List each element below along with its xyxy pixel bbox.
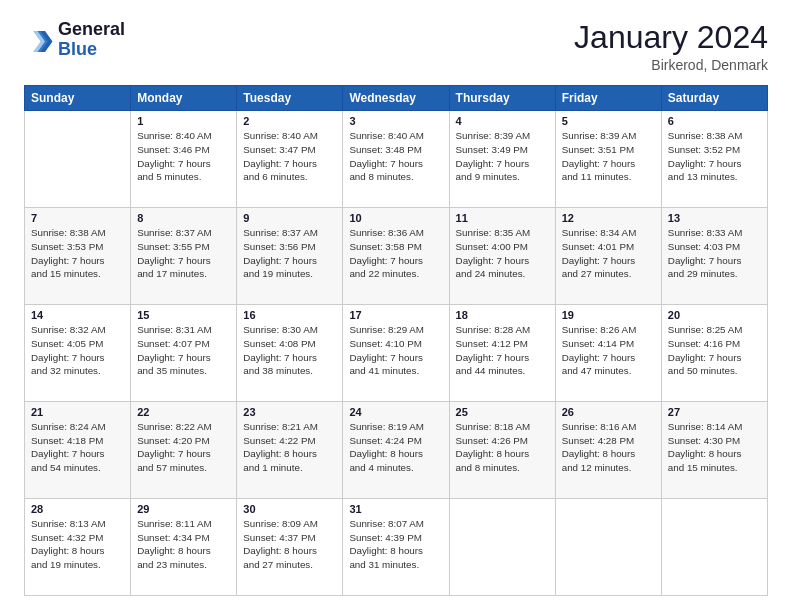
calendar-cell: 17Sunrise: 8:29 AM Sunset: 4:10 PM Dayli…: [343, 305, 449, 402]
week-row-2: 7Sunrise: 8:38 AM Sunset: 3:53 PM Daylig…: [25, 208, 768, 305]
day-number: 22: [137, 406, 230, 418]
day-number: 19: [562, 309, 655, 321]
weekday-header-friday: Friday: [555, 86, 661, 111]
calendar-cell: 5Sunrise: 8:39 AM Sunset: 3:51 PM Daylig…: [555, 111, 661, 208]
weekday-header-wednesday: Wednesday: [343, 86, 449, 111]
calendar-cell: 30Sunrise: 8:09 AM Sunset: 4:37 PM Dayli…: [237, 499, 343, 596]
calendar-cell: 2Sunrise: 8:40 AM Sunset: 3:47 PM Daylig…: [237, 111, 343, 208]
calendar-cell: 8Sunrise: 8:37 AM Sunset: 3:55 PM Daylig…: [131, 208, 237, 305]
day-number: 16: [243, 309, 336, 321]
day-info: Sunrise: 8:31 AM Sunset: 4:07 PM Dayligh…: [137, 323, 230, 378]
day-number: 23: [243, 406, 336, 418]
calendar-table: SundayMondayTuesdayWednesdayThursdayFrid…: [24, 85, 768, 596]
logo: General Blue: [24, 20, 125, 60]
page: General Blue January 2024 Birkerod, Denm…: [0, 0, 792, 612]
day-info: Sunrise: 8:19 AM Sunset: 4:24 PM Dayligh…: [349, 420, 442, 475]
header: General Blue January 2024 Birkerod, Denm…: [24, 20, 768, 73]
week-row-1: 1Sunrise: 8:40 AM Sunset: 3:46 PM Daylig…: [25, 111, 768, 208]
week-row-5: 28Sunrise: 8:13 AM Sunset: 4:32 PM Dayli…: [25, 499, 768, 596]
calendar-cell: 15Sunrise: 8:31 AM Sunset: 4:07 PM Dayli…: [131, 305, 237, 402]
day-info: Sunrise: 8:14 AM Sunset: 4:30 PM Dayligh…: [668, 420, 761, 475]
day-info: Sunrise: 8:24 AM Sunset: 4:18 PM Dayligh…: [31, 420, 124, 475]
calendar-cell: 14Sunrise: 8:32 AM Sunset: 4:05 PM Dayli…: [25, 305, 131, 402]
day-number: 24: [349, 406, 442, 418]
day-info: Sunrise: 8:26 AM Sunset: 4:14 PM Dayligh…: [562, 323, 655, 378]
day-number: 25: [456, 406, 549, 418]
day-number: 2: [243, 115, 336, 127]
calendar-cell: 27Sunrise: 8:14 AM Sunset: 4:30 PM Dayli…: [661, 402, 767, 499]
weekday-header-sunday: Sunday: [25, 86, 131, 111]
title-block: January 2024 Birkerod, Denmark: [574, 20, 768, 73]
day-number: 8: [137, 212, 230, 224]
day-number: 31: [349, 503, 442, 515]
weekday-header-tuesday: Tuesday: [237, 86, 343, 111]
day-info: Sunrise: 8:38 AM Sunset: 3:53 PM Dayligh…: [31, 226, 124, 281]
calendar-cell: 13Sunrise: 8:33 AM Sunset: 4:03 PM Dayli…: [661, 208, 767, 305]
day-number: 20: [668, 309, 761, 321]
day-info: Sunrise: 8:35 AM Sunset: 4:00 PM Dayligh…: [456, 226, 549, 281]
day-number: 3: [349, 115, 442, 127]
day-info: Sunrise: 8:38 AM Sunset: 3:52 PM Dayligh…: [668, 129, 761, 184]
day-number: 15: [137, 309, 230, 321]
calendar-cell: 28Sunrise: 8:13 AM Sunset: 4:32 PM Dayli…: [25, 499, 131, 596]
calendar-cell: 18Sunrise: 8:28 AM Sunset: 4:12 PM Dayli…: [449, 305, 555, 402]
day-number: 6: [668, 115, 761, 127]
day-number: 28: [31, 503, 124, 515]
calendar-cell: 4Sunrise: 8:39 AM Sunset: 3:49 PM Daylig…: [449, 111, 555, 208]
calendar-cell: [449, 499, 555, 596]
day-info: Sunrise: 8:33 AM Sunset: 4:03 PM Dayligh…: [668, 226, 761, 281]
calendar-cell: [25, 111, 131, 208]
day-number: 4: [456, 115, 549, 127]
day-info: Sunrise: 8:39 AM Sunset: 3:49 PM Dayligh…: [456, 129, 549, 184]
day-info: Sunrise: 8:16 AM Sunset: 4:28 PM Dayligh…: [562, 420, 655, 475]
calendar-cell: 10Sunrise: 8:36 AM Sunset: 3:58 PM Dayli…: [343, 208, 449, 305]
calendar-cell: 20Sunrise: 8:25 AM Sunset: 4:16 PM Dayli…: [661, 305, 767, 402]
day-info: Sunrise: 8:18 AM Sunset: 4:26 PM Dayligh…: [456, 420, 549, 475]
calendar-cell: 25Sunrise: 8:18 AM Sunset: 4:26 PM Dayli…: [449, 402, 555, 499]
day-info: Sunrise: 8:22 AM Sunset: 4:20 PM Dayligh…: [137, 420, 230, 475]
day-info: Sunrise: 8:34 AM Sunset: 4:01 PM Dayligh…: [562, 226, 655, 281]
weekday-header-thursday: Thursday: [449, 86, 555, 111]
day-info: Sunrise: 8:13 AM Sunset: 4:32 PM Dayligh…: [31, 517, 124, 572]
weekday-header-row: SundayMondayTuesdayWednesdayThursdayFrid…: [25, 86, 768, 111]
day-info: Sunrise: 8:36 AM Sunset: 3:58 PM Dayligh…: [349, 226, 442, 281]
day-info: Sunrise: 8:39 AM Sunset: 3:51 PM Dayligh…: [562, 129, 655, 184]
day-number: 18: [456, 309, 549, 321]
day-info: Sunrise: 8:32 AM Sunset: 4:05 PM Dayligh…: [31, 323, 124, 378]
day-number: 9: [243, 212, 336, 224]
calendar-cell: 22Sunrise: 8:22 AM Sunset: 4:20 PM Dayli…: [131, 402, 237, 499]
calendar-cell: 6Sunrise: 8:38 AM Sunset: 3:52 PM Daylig…: [661, 111, 767, 208]
day-info: Sunrise: 8:28 AM Sunset: 4:12 PM Dayligh…: [456, 323, 549, 378]
day-number: 21: [31, 406, 124, 418]
day-info: Sunrise: 8:07 AM Sunset: 4:39 PM Dayligh…: [349, 517, 442, 572]
day-number: 14: [31, 309, 124, 321]
logo-blue-text: Blue: [58, 39, 97, 59]
calendar-cell: 21Sunrise: 8:24 AM Sunset: 4:18 PM Dayli…: [25, 402, 131, 499]
day-number: 5: [562, 115, 655, 127]
day-number: 26: [562, 406, 655, 418]
day-info: Sunrise: 8:30 AM Sunset: 4:08 PM Dayligh…: [243, 323, 336, 378]
day-info: Sunrise: 8:09 AM Sunset: 4:37 PM Dayligh…: [243, 517, 336, 572]
day-number: 17: [349, 309, 442, 321]
calendar-cell: [555, 499, 661, 596]
month-title: January 2024: [574, 20, 768, 55]
day-number: 30: [243, 503, 336, 515]
location: Birkerod, Denmark: [574, 57, 768, 73]
weekday-header-monday: Monday: [131, 86, 237, 111]
calendar-cell: 31Sunrise: 8:07 AM Sunset: 4:39 PM Dayli…: [343, 499, 449, 596]
day-number: 10: [349, 212, 442, 224]
day-info: Sunrise: 8:40 AM Sunset: 3:46 PM Dayligh…: [137, 129, 230, 184]
day-number: 12: [562, 212, 655, 224]
day-number: 7: [31, 212, 124, 224]
logo-icon: [24, 25, 54, 55]
calendar-cell: 3Sunrise: 8:40 AM Sunset: 3:48 PM Daylig…: [343, 111, 449, 208]
weekday-header-saturday: Saturday: [661, 86, 767, 111]
day-number: 1: [137, 115, 230, 127]
calendar-cell: 7Sunrise: 8:38 AM Sunset: 3:53 PM Daylig…: [25, 208, 131, 305]
day-number: 11: [456, 212, 549, 224]
calendar-cell: 1Sunrise: 8:40 AM Sunset: 3:46 PM Daylig…: [131, 111, 237, 208]
day-info: Sunrise: 8:29 AM Sunset: 4:10 PM Dayligh…: [349, 323, 442, 378]
day-info: Sunrise: 8:11 AM Sunset: 4:34 PM Dayligh…: [137, 517, 230, 572]
day-number: 27: [668, 406, 761, 418]
day-info: Sunrise: 8:37 AM Sunset: 3:56 PM Dayligh…: [243, 226, 336, 281]
